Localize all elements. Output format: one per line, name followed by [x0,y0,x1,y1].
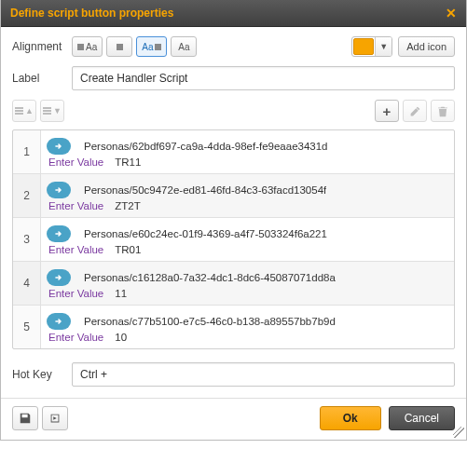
step-index: 3 [13,218,41,261]
step-index: 5 [13,306,41,348]
arrow-right-icon [52,184,65,196]
arrow-right-icon [52,141,65,152]
floppy-disk-icon [19,412,32,425]
script-step-row[interactable]: 2Personas/50c9472e-ed81-46fd-84c3-63facd… [13,174,454,218]
list-toolbar: ▲ ▼ + [12,100,455,122]
enter-value-label: Enter Value [47,332,103,343]
alignment-group: Aa Aa Aa [72,36,197,57]
script-step-row[interactable]: 1Personas/62bdf697-ca9a-4dda-98ef-fe9eaa… [13,130,454,174]
step-target-path: Personas/e60c24ec-01f9-4369-a4f7-503324f… [84,228,327,239]
enter-value-label: Enter Value [47,156,103,168]
alignment-row: Alignment Aa Aa Aa ▼ Add icon [12,36,455,57]
enter-value-label: Enter Value [47,244,103,255]
step-value: TR11 [115,156,141,168]
hotkey-row: Hot Key [12,362,455,387]
list-lines-icon [43,107,51,115]
step-value: 10 [115,332,127,343]
resize-grip-icon[interactable] [453,427,464,438]
step-target-path: Personas/62bdf697-ca9a-4dda-98ef-fe9eaae… [84,141,328,152]
plus-icon: + [383,103,391,119]
square-icon [155,44,161,50]
step-type-icon [47,225,71,242]
step-index: 1 [13,130,41,173]
alignment-label: Alignment [12,40,72,53]
reset-button[interactable] [42,406,68,430]
dialog-title: Define script button properties [10,7,173,20]
step-type-icon [47,313,71,330]
dialog-titlebar: Define script button properties ✕ [1,0,466,27]
align-text-only-button[interactable]: Aa [171,36,197,57]
script-step-row[interactable]: 4Personas/c16128a0-7a32-4dc1-8dc6-450870… [13,262,454,306]
script-steps-list: 1Personas/62bdf697-ca9a-4dda-98ef-fe9eaa… [12,129,455,349]
step-index: 2 [13,174,41,217]
script-button-properties-dialog: Define script button properties ✕ Alignm… [0,0,467,441]
script-step-row[interactable]: 5Personas/c77b5100-e7c5-46c0-b138-a89557… [13,306,454,348]
script-step-row[interactable]: 3Personas/e60c24ec-01f9-4369-a4f7-503324… [13,218,454,262]
square-icon [77,44,84,50]
align-icon-text-button[interactable]: Aa [72,36,103,57]
add-step-button[interactable]: + [375,100,399,122]
step-target-path: Personas/c16128a0-7a32-4dc1-8dc6-4508707… [84,272,336,283]
step-index: 4 [13,262,41,305]
align-icon-only-button[interactable] [106,36,132,57]
move-down-button[interactable]: ▼ [40,100,64,122]
enter-value-label: Enter Value [47,200,103,211]
trash-icon [437,105,448,117]
ok-button[interactable]: Ok [320,406,381,430]
step-value: 11 [115,288,127,299]
arrow-up-icon: ▲ [25,106,34,116]
arrow-right-icon [52,272,65,283]
cancel-button[interactable]: Cancel [389,406,455,430]
hotkey-input[interactable] [72,362,455,387]
hotkey-label: Hot Key [12,368,72,381]
step-target-path: Personas/c77b5100-e7c5-46c0-b138-a89557b… [84,316,336,327]
step-type-icon [47,182,71,198]
color-dropdown[interactable]: ▼ [351,36,392,57]
enter-value-label: Enter Value [47,288,103,299]
delete-step-button[interactable] [431,100,455,122]
square-icon [117,44,123,50]
step-target-path: Personas/50c9472e-ed81-46fd-84c3-63facd1… [84,184,326,196]
align-text-icon-button[interactable]: Aa [136,36,167,57]
revert-icon [48,412,62,425]
arrow-down-icon: ▼ [53,106,62,116]
list-lines-icon [15,107,23,115]
label-input[interactable] [72,66,455,90]
label-row: Label [12,66,455,90]
dialog-footer: Ok Cancel [1,398,466,440]
pencil-icon [409,105,421,117]
close-icon[interactable]: ✕ [446,7,457,19]
label-field-label: Label [12,72,72,85]
move-up-button[interactable]: ▲ [12,100,36,122]
step-type-icon [47,269,71,286]
save-button[interactable] [12,406,38,430]
color-swatch-icon [353,38,374,55]
step-value: TR01 [115,244,141,255]
step-value: ZT2T [115,200,140,211]
chevron-down-icon: ▼ [375,37,391,56]
arrow-right-icon [52,316,65,327]
arrow-right-icon [52,228,65,239]
edit-step-button[interactable] [403,100,427,122]
step-type-icon [47,138,71,155]
add-icon-button[interactable]: Add icon [398,36,455,57]
